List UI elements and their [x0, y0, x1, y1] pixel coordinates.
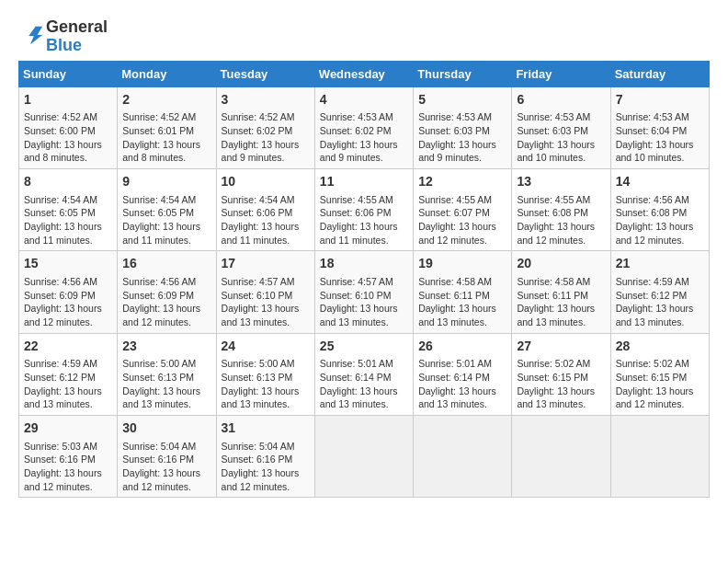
calendar-cell: 26Sunrise: 5:01 AM Sunset: 6:14 PM Dayli… — [414, 333, 512, 415]
calendar-header: SundayMondayTuesdayWednesdayThursdayFrid… — [19, 61, 710, 86]
day-number: 3 — [222, 91, 310, 109]
day-number: 9 — [122, 173, 210, 191]
day-number: 4 — [320, 91, 408, 109]
day-number: 17 — [222, 255, 310, 273]
calendar-cell: 23Sunrise: 5:00 AM Sunset: 6:13 PM Dayli… — [118, 333, 216, 415]
calendar-week-4: 22Sunrise: 4:59 AM Sunset: 6:12 PM Dayli… — [19, 333, 710, 415]
day-info: Sunrise: 4:52 AM Sunset: 6:02 PM Dayligh… — [222, 110, 310, 165]
day-info: Sunrise: 4:59 AM Sunset: 6:12 PM Dayligh… — [24, 357, 112, 411]
calendar-cell: 16Sunrise: 4:56 AM Sunset: 6:09 PM Dayli… — [118, 251, 216, 333]
day-number: 24 — [222, 338, 310, 356]
day-info: Sunrise: 4:58 AM Sunset: 6:11 PM Dayligh… — [517, 275, 605, 329]
calendar-cell: 18Sunrise: 4:57 AM Sunset: 6:10 PM Dayli… — [314, 251, 413, 333]
calendar-cell: 17Sunrise: 4:57 AM Sunset: 6:10 PM Dayli… — [216, 251, 314, 333]
calendar-cell: 7Sunrise: 4:53 AM Sunset: 6:04 PM Daylig… — [610, 86, 709, 168]
day-number: 2 — [122, 91, 210, 109]
logo-icon — [18, 22, 44, 48]
day-info: Sunrise: 4:52 AM Sunset: 6:00 PM Dayligh… — [24, 110, 112, 165]
day-number: 23 — [122, 338, 210, 356]
day-info: Sunrise: 4:58 AM Sunset: 6:11 PM Dayligh… — [418, 275, 506, 329]
weekday-header-thursday: Thursday — [414, 61, 512, 86]
day-info: Sunrise: 5:01 AM Sunset: 6:14 PM Dayligh… — [320, 357, 408, 411]
weekday-header-monday: Monday — [118, 61, 216, 86]
day-number: 19 — [418, 255, 506, 273]
day-info: Sunrise: 5:02 AM Sunset: 6:15 PM Dayligh… — [616, 357, 704, 411]
day-info: Sunrise: 5:04 AM Sunset: 6:16 PM Dayligh… — [122, 440, 210, 494]
day-info: Sunrise: 5:00 AM Sunset: 6:13 PM Dayligh… — [222, 357, 310, 411]
calendar-cell: 1Sunrise: 4:52 AM Sunset: 6:00 PM Daylig… — [19, 86, 118, 168]
day-number: 25 — [320, 338, 408, 356]
calendar-cell — [314, 415, 413, 497]
day-info: Sunrise: 4:56 AM Sunset: 6:08 PM Dayligh… — [616, 193, 704, 247]
day-number: 12 — [418, 173, 506, 191]
day-number: 8 — [24, 173, 112, 191]
day-number: 29 — [24, 419, 112, 438]
day-number: 6 — [517, 91, 605, 109]
day-number: 13 — [517, 173, 605, 191]
day-info: Sunrise: 4:53 AM Sunset: 6:03 PM Dayligh… — [517, 110, 605, 165]
day-number: 26 — [418, 338, 506, 356]
day-number: 16 — [122, 255, 210, 273]
calendar-week-3: 15Sunrise: 4:56 AM Sunset: 6:09 PM Dayli… — [19, 251, 710, 333]
calendar-cell: 11Sunrise: 4:55 AM Sunset: 6:06 PM Dayli… — [314, 168, 413, 250]
calendar-cell: 22Sunrise: 4:59 AM Sunset: 6:12 PM Dayli… — [19, 333, 118, 415]
calendar-week-5: 29Sunrise: 5:03 AM Sunset: 6:16 PM Dayli… — [19, 415, 710, 497]
calendar-body: 1Sunrise: 4:52 AM Sunset: 6:00 PM Daylig… — [19, 86, 710, 498]
day-number: 20 — [517, 255, 605, 273]
page-header: General Blue — [18, 18, 710, 55]
day-info: Sunrise: 4:52 AM Sunset: 6:01 PM Dayligh… — [122, 110, 210, 165]
day-number: 10 — [222, 173, 310, 191]
day-info: Sunrise: 4:57 AM Sunset: 6:10 PM Dayligh… — [222, 275, 310, 329]
weekday-header-wednesday: Wednesday — [314, 61, 413, 86]
calendar-cell: 2Sunrise: 4:52 AM Sunset: 6:01 PM Daylig… — [118, 86, 216, 168]
day-info: Sunrise: 4:54 AM Sunset: 6:05 PM Dayligh… — [122, 193, 210, 247]
weekday-header-friday: Friday — [512, 61, 610, 86]
day-number: 7 — [616, 91, 704, 109]
calendar-cell: 27Sunrise: 5:02 AM Sunset: 6:15 PM Dayli… — [512, 333, 610, 415]
day-info: Sunrise: 5:00 AM Sunset: 6:13 PM Dayligh… — [122, 357, 210, 411]
calendar-cell: 21Sunrise: 4:59 AM Sunset: 6:12 PM Dayli… — [610, 251, 709, 333]
day-info: Sunrise: 4:55 AM Sunset: 6:08 PM Dayligh… — [517, 193, 605, 247]
calendar-week-2: 8Sunrise: 4:54 AM Sunset: 6:05 PM Daylig… — [19, 168, 710, 250]
day-info: Sunrise: 4:53 AM Sunset: 6:02 PM Dayligh… — [320, 110, 408, 165]
day-number: 22 — [24, 338, 112, 356]
day-number: 11 — [320, 173, 408, 191]
weekday-header-saturday: Saturday — [610, 61, 709, 86]
day-info: Sunrise: 5:03 AM Sunset: 6:16 PM Dayligh… — [24, 440, 112, 494]
calendar-cell — [414, 415, 512, 497]
day-number: 14 — [616, 173, 704, 191]
day-info: Sunrise: 4:57 AM Sunset: 6:10 PM Dayligh… — [320, 275, 408, 329]
calendar-cell: 15Sunrise: 4:56 AM Sunset: 6:09 PM Dayli… — [19, 251, 118, 333]
calendar-table: SundayMondayTuesdayWednesdayThursdayFrid… — [18, 61, 710, 499]
calendar-cell: 31Sunrise: 5:04 AM Sunset: 6:16 PM Dayli… — [216, 415, 314, 497]
calendar-cell: 29Sunrise: 5:03 AM Sunset: 6:16 PM Dayli… — [19, 415, 118, 497]
day-info: Sunrise: 5:04 AM Sunset: 6:16 PM Dayligh… — [222, 440, 310, 494]
day-info: Sunrise: 4:59 AM Sunset: 6:12 PM Dayligh… — [616, 275, 704, 329]
day-number: 5 — [418, 91, 506, 109]
calendar-cell: 24Sunrise: 5:00 AM Sunset: 6:13 PM Dayli… — [216, 333, 314, 415]
logo-text: General Blue — [46, 18, 108, 55]
day-number: 18 — [320, 255, 408, 273]
day-info: Sunrise: 4:55 AM Sunset: 6:06 PM Dayligh… — [320, 193, 408, 247]
calendar-week-1: 1Sunrise: 4:52 AM Sunset: 6:00 PM Daylig… — [19, 86, 710, 168]
day-number: 27 — [517, 338, 605, 356]
weekday-header-sunday: Sunday — [19, 61, 118, 86]
calendar-cell: 8Sunrise: 4:54 AM Sunset: 6:05 PM Daylig… — [19, 168, 118, 250]
weekday-header-tuesday: Tuesday — [216, 61, 314, 86]
day-number: 1 — [24, 91, 112, 109]
day-number: 30 — [122, 419, 210, 438]
calendar-cell: 5Sunrise: 4:53 AM Sunset: 6:03 PM Daylig… — [414, 86, 512, 168]
day-number: 15 — [24, 255, 112, 273]
logo: General Blue — [18, 18, 108, 55]
day-info: Sunrise: 4:56 AM Sunset: 6:09 PM Dayligh… — [122, 275, 210, 329]
calendar-cell: 9Sunrise: 4:54 AM Sunset: 6:05 PM Daylig… — [118, 168, 216, 250]
svg-marker-0 — [28, 26, 42, 44]
day-info: Sunrise: 4:55 AM Sunset: 6:07 PM Dayligh… — [418, 193, 506, 247]
day-number: 28 — [616, 338, 704, 356]
calendar-cell: 30Sunrise: 5:04 AM Sunset: 6:16 PM Dayli… — [118, 415, 216, 497]
day-info: Sunrise: 4:53 AM Sunset: 6:03 PM Dayligh… — [418, 110, 506, 165]
calendar-cell: 14Sunrise: 4:56 AM Sunset: 6:08 PM Dayli… — [610, 168, 709, 250]
calendar-cell: 4Sunrise: 4:53 AM Sunset: 6:02 PM Daylig… — [314, 86, 413, 168]
day-number: 21 — [616, 255, 704, 273]
calendar-cell: 20Sunrise: 4:58 AM Sunset: 6:11 PM Dayli… — [512, 251, 610, 333]
